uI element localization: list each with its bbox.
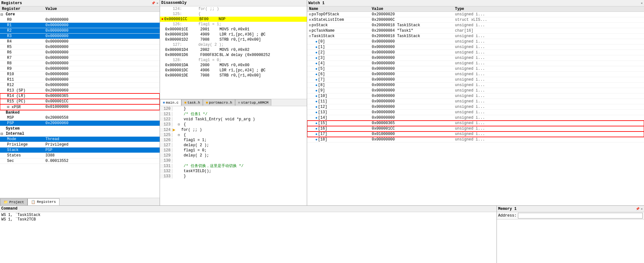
reg-row[interactable]: States3388 xyxy=(0,153,160,158)
reg-row[interactable]: ⊞xPSR0x01000000 xyxy=(0,104,160,110)
reg-row[interactable]: R40x00000000 xyxy=(0,39,160,44)
watch-row[interactable]: ⊞ pxTopOfStack 0x20000020 unsigned i... xyxy=(307,12,644,17)
watch-row[interactable]: ⊟ Task1Stack 0x20000018 Task1Stack unsig… xyxy=(307,34,644,39)
expand-icon[interactable] xyxy=(1,126,5,131)
minus-icon[interactable]: ⊟ xyxy=(309,34,311,38)
watch-row[interactable]: ◆ [0] 0x00000000 unsigned i... xyxy=(307,39,644,44)
disasm-row[interactable]: 0x000001DA2000MOVS r0,#0x00 xyxy=(160,63,307,68)
reg-row[interactable]: R50x00000000 xyxy=(0,44,160,50)
source-tab-startup_ARMCM[interactable]: ■startup_ARMCM xyxy=(235,99,271,106)
expand-icon[interactable]: ⊞ xyxy=(7,105,12,109)
disasm-row[interactable]: ●0x000001CCBF00NOP xyxy=(160,17,307,22)
reg-row[interactable]: MSP0x20000558 xyxy=(0,115,160,121)
reg-row[interactable]: PSP0x20000060 xyxy=(0,121,160,126)
watch-row[interactable]: ⊞ xStateListItem 0x2000006C struct xLIS.… xyxy=(307,17,644,23)
plus-icon[interactable]: ⊞ xyxy=(309,12,311,16)
watch-row[interactable]: ⊞ pxStack 0x20000018 Task1Stack unsigned… xyxy=(307,23,644,28)
source-tab-main.c[interactable]: ■main.c xyxy=(160,99,181,106)
watch-row[interactable]: ◆ [9] 0x00000000 unsigned i... xyxy=(307,88,644,93)
source-code-area[interactable]: 120}121/* 任务1 */122void Task1_Entry( voi… xyxy=(160,106,307,205)
watch-row[interactable]: ◆ [16] 0x000001CC unsigned i... xyxy=(307,126,644,132)
disasm-row[interactable]: 0x000001D27008STRB r0,[r1,#0x00] xyxy=(160,37,307,42)
expand-icon[interactable]: ⊟ xyxy=(1,132,5,136)
command-content[interactable]: WS 1, `Task1StackWS 1, `Task2TCB xyxy=(0,212,497,263)
source-tab-portmacro.h[interactable]: ■portmacro.h xyxy=(203,99,235,106)
code-expand-icon[interactable]: ⊟ xyxy=(178,133,182,137)
watch-row[interactable]: ◆ [10] 0x00000000 unsigned i... xyxy=(307,93,644,99)
memory-pin-icon[interactable]: 📌 xyxy=(636,207,640,211)
disassembly-area[interactable]: Disassembly 124:for( ;; )125:{●0x000001C… xyxy=(160,0,307,99)
watch-row[interactable]: ◆ [7] 0x00000000 unsigned i... xyxy=(307,77,644,83)
source-tab-task.h[interactable]: ■task.h xyxy=(181,99,203,106)
tab-project[interactable]: 📁 Project xyxy=(0,198,28,205)
reg-row[interactable]: R30x00000000 xyxy=(0,34,160,39)
disasm-row[interactable]: 0x000001D6F000F83CBL.W delay (0x00000252 xyxy=(160,52,307,58)
reg-row[interactable]: R120x00000000 xyxy=(0,83,160,88)
disasm-row[interactable]: 125:{ xyxy=(160,12,307,17)
tab-registers[interactable]: 📋 Registers xyxy=(28,198,59,205)
reg-row[interactable]: StackPSP xyxy=(0,147,160,153)
reg-row[interactable]: ⊟Core xyxy=(0,12,160,17)
reg-name: Privilege xyxy=(1,142,45,147)
expand-icon[interactable]: ⊟ xyxy=(1,12,5,17)
watch-row[interactable]: ◆ [4] 0x00000000 unsigned i... xyxy=(307,61,644,66)
watch-row[interactable]: ◆ [8] 0x00000000 unsigned i... xyxy=(307,83,644,88)
watch-panel: Watch 1 ✕ Name Value Type ⊞ pxTopOfStack… xyxy=(307,0,644,205)
reg-row[interactable]: ⊟Internal xyxy=(0,131,160,137)
watch-row[interactable]: ◆ [18] 0x00000000 unsigned i... xyxy=(307,137,644,142)
watch-row[interactable]: ◆ [13] 0x00000000 unsigned i... xyxy=(307,110,644,115)
reg-row[interactable]: System xyxy=(0,126,160,131)
watch-row[interactable]: ◆ [2] 0x00000000 unsigned i... xyxy=(307,50,644,55)
watch-row[interactable]: ◆ [17] 0x01000000 unsigned i... xyxy=(307,132,644,137)
reg-row[interactable]: Sec0.00013552 xyxy=(0,158,160,164)
reg-row[interactable]: R20x00000000 xyxy=(0,28,160,34)
watch-scroll[interactable]: ⊞ pxTopOfStack 0x20000020 unsigned i... … xyxy=(307,12,644,205)
plus-icon[interactable]: ⊞ xyxy=(309,18,311,22)
watch-close-icon[interactable]: ✕ xyxy=(641,1,643,5)
disasm-row[interactable]: 0x000001DC4906LDR r1,[pc,#24] ; @C xyxy=(160,68,307,73)
disasm-row[interactable]: 0x000001CE2001MOVS r0,#0x01 xyxy=(160,27,307,32)
address-input[interactable] xyxy=(518,213,643,219)
reg-row[interactable]: PrivilegePrivileged xyxy=(0,142,160,147)
disasm-row[interactable]: 126:flag1 = 1; xyxy=(160,22,307,27)
reg-row[interactable]: R70x00000000 xyxy=(0,55,160,61)
reg-row[interactable]: R80x00000000 xyxy=(0,61,160,66)
disasm-row[interactable]: 127:delay( 2 ); xyxy=(160,42,307,47)
reg-row[interactable]: R60x00000000 xyxy=(0,50,160,55)
disasm-row[interactable]: 0x000001D42002MOVS r0,#0x02 xyxy=(160,47,307,52)
diamond-icon: ◆ xyxy=(315,94,317,98)
watch-row[interactable]: ◆ [5] 0x00000000 unsigned i... xyxy=(307,66,644,72)
reg-row[interactable]: Banked xyxy=(0,110,160,115)
disasm-row[interactable]: 0x000001DE7008STRB r0,[r1,#0x00] xyxy=(160,73,307,78)
reg-row[interactable]: R13 (SP)0x20000060 xyxy=(0,88,160,93)
plus-icon[interactable]: ⊞ xyxy=(309,23,311,27)
watch-row[interactable]: ◆ [12] 0x00000000 unsigned i... xyxy=(307,104,644,110)
memory-close-icon[interactable]: ✕ xyxy=(641,207,643,211)
pin-icon[interactable]: 📌 xyxy=(151,1,155,5)
watch-row[interactable]: ◆ [15] 0x00000365 unsigned i... xyxy=(307,121,644,126)
watch-row[interactable]: ◆ [6] 0x00000000 unsigned i... xyxy=(307,72,644,77)
plus-icon[interactable]: ⊞ xyxy=(309,29,311,33)
line-number: 130 xyxy=(160,158,173,163)
watch-row[interactable]: ⊞ pcTaskName 0x20000084 "Task1" char[16] xyxy=(307,28,644,34)
reg-row[interactable]: R110x00000000 xyxy=(0,77,160,83)
disasm-row[interactable]: 0x000001D04909LDR r1,[pc,#36] ; @C xyxy=(160,32,307,37)
watch-row[interactable]: ◆ [3] 0x00000000 unsigned i... xyxy=(307,55,644,61)
disasm-row[interactable]: 124:for( ;; ) xyxy=(160,6,307,12)
expand-icon[interactable] xyxy=(1,110,5,115)
watch-row[interactable]: ◆ [14] 0x00000000 unsigned i... xyxy=(307,115,644,121)
reg-row[interactable]: R00x00000000 xyxy=(0,17,160,23)
reg-row[interactable]: R90x00000000 xyxy=(0,66,160,72)
code-expand-icon[interactable]: ⊟ xyxy=(178,123,182,126)
close-icon[interactable]: ✕ xyxy=(156,1,158,5)
reg-row[interactable]: R14 (LR)0x00000365 xyxy=(0,93,160,99)
watch-row[interactable]: ◆ [1] 0x00000000 unsigned i... xyxy=(307,44,644,50)
reg-row[interactable]: R100x00000000 xyxy=(0,72,160,77)
registers-table[interactable]: ⊟CoreR00x00000000R10x00000000R20x0000000… xyxy=(0,12,160,198)
reg-row[interactable]: R10x00000000 xyxy=(0,23,160,28)
disasm-row[interactable]: 128:flag1 = 0; xyxy=(160,58,307,63)
reg-row[interactable]: ModeThread xyxy=(0,137,160,142)
reg-row[interactable]: R15 (PC)0x000001CC xyxy=(0,99,160,104)
watch-row[interactable]: ◆ [11] 0x00000000 unsigned i... xyxy=(307,99,644,104)
watch-value: 0x00000000 xyxy=(372,110,455,115)
